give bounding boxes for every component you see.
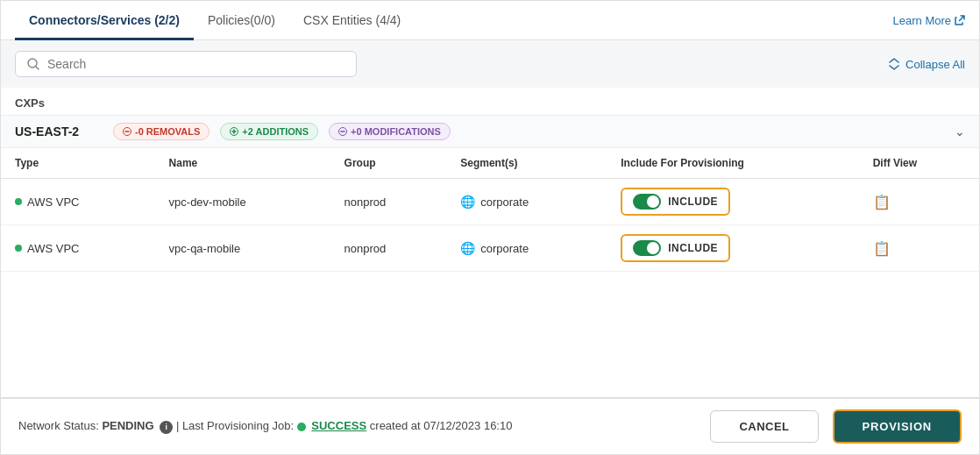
cell-group: nonprod: [330, 225, 447, 272]
cell-name: vpc-qa-mobile: [155, 225, 330, 272]
main-container: Connectors/Services (2/2) Policies(0/0) …: [0, 0, 980, 455]
col-group: Group: [330, 148, 447, 179]
cancel-button[interactable]: CANCEL: [710, 410, 818, 443]
col-diff: Diff View: [859, 148, 979, 179]
additions-icon: [230, 127, 238, 136]
footer: Network Status: PENDING i | Last Provisi…: [1, 397, 979, 454]
cell-type: AWS VPC: [1, 179, 155, 225]
cell-group: nonprod: [330, 179, 447, 225]
cell-include: INCLUDE: [607, 225, 858, 272]
search-bar: Collapse All: [1, 40, 979, 88]
globe-icon: 🌐: [460, 195, 475, 209]
cell-diff: 📋: [859, 179, 979, 225]
include-toggle[interactable]: [633, 194, 661, 210]
tab-bar: Connectors/Services (2/2) Policies(0/0) …: [1, 1, 979, 40]
cell-segment: 🌐 corporate: [446, 225, 607, 272]
success-status[interactable]: SUCCESS: [311, 419, 366, 432]
created-at: created at 07/12/2023 16:10: [370, 419, 513, 432]
cell-include: INCLUDE: [607, 179, 858, 225]
success-dot: [297, 423, 306, 431]
include-label: INCLUDE: [668, 196, 718, 208]
network-status-label: Network Status:: [18, 419, 99, 432]
tab-connectors[interactable]: Connectors/Services (2/2): [15, 1, 194, 40]
table-row: AWS VPC vpc-qa-mobile nonprod 🌐 corporat…: [1, 225, 979, 272]
separator: |: [176, 419, 182, 432]
include-toggle-box[interactable]: INCLUDE: [621, 234, 730, 262]
diff-icon[interactable]: 📋: [873, 195, 891, 210]
cell-segment: 🌐 corporate: [446, 179, 607, 225]
learn-more-link[interactable]: Learn More: [893, 14, 965, 27]
include-label: INCLUDE: [668, 242, 718, 254]
collapse-all-button[interactable]: Collapse All: [888, 58, 965, 71]
col-type: Type: [1, 148, 155, 179]
removals-badge: -0 REMOVALS: [113, 123, 209, 140]
removals-icon: [123, 127, 131, 136]
search-icon: [26, 57, 40, 71]
table-row: AWS VPC vpc-dev-mobile nonprod 🌐 corpora…: [1, 179, 979, 225]
tab-policies[interactable]: Policies(0/0): [194, 1, 289, 40]
modifications-icon: [338, 127, 347, 136]
col-name: Name: [155, 148, 330, 179]
footer-status: Network Status: PENDING i | Last Provisi…: [18, 419, 696, 433]
cell-name: vpc-dev-mobile: [155, 179, 330, 225]
info-icon[interactable]: i: [160, 421, 173, 434]
provision-button[interactable]: PROVISION: [833, 409, 962, 444]
search-input-wrap: [15, 51, 357, 77]
globe-icon: 🌐: [460, 241, 475, 255]
include-toggle[interactable]: [633, 240, 661, 256]
col-segments: Segment(s): [446, 148, 607, 179]
resources-table: Type Name Group Segment(s) Include For P…: [1, 148, 979, 272]
diff-icon[interactable]: 📋: [873, 241, 891, 256]
search-input[interactable]: [47, 57, 345, 71]
include-toggle-box[interactable]: INCLUDE: [621, 188, 730, 216]
status-dot: [15, 198, 22, 205]
region-collapse-icon[interactable]: ⌄: [955, 124, 965, 139]
cxps-label: CXPs: [1, 88, 979, 115]
additions-badge: +2 ADDITIONS: [220, 123, 318, 140]
table-wrap: Type Name Group Segment(s) Include For P…: [1, 148, 979, 397]
modifications-badge: +0 MODIFICATIONS: [329, 123, 451, 140]
region-name: US-EAST-2: [15, 124, 103, 139]
cell-diff: 📋: [859, 225, 979, 272]
external-link-icon: [955, 15, 965, 25]
tab-csx[interactable]: CSX Entities (4/4): [289, 1, 415, 40]
pending-status: PENDING: [102, 419, 153, 432]
cell-type: AWS VPC: [1, 225, 155, 272]
status-dot: [15, 245, 22, 252]
region-row: US-EAST-2 -0 REMOVALS +2 ADDITIONS +0 MO…: [1, 115, 979, 148]
col-include: Include For Provisioning: [607, 148, 858, 179]
last-job-label: Last Provisioning Job:: [182, 419, 294, 432]
collapse-icon: [888, 58, 900, 70]
